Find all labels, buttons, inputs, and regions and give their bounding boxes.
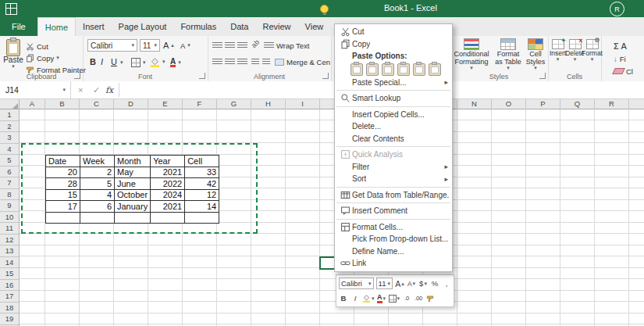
tell-me-lightbulb-icon[interactable] xyxy=(320,5,329,13)
mini-increase-decimal-button[interactable]: .0 xyxy=(402,292,411,304)
col-header-R[interactable]: R xyxy=(595,99,629,109)
cancel-button[interactable]: × xyxy=(78,81,83,99)
row-header-9[interactable]: 9 xyxy=(0,200,19,212)
cell-E7[interactable]: 2022 xyxy=(151,178,185,190)
paste-option-5-icon[interactable] xyxy=(413,63,425,76)
clipboard-dialog-launcher[interactable] xyxy=(74,73,80,79)
row-header-18[interactable]: 18 xyxy=(0,303,19,314)
italic-button[interactable]: I xyxy=(101,56,103,67)
cell-C6[interactable]: 2 xyxy=(80,167,115,178)
select-all-corner[interactable] xyxy=(0,99,20,109)
col-header-N[interactable]: N xyxy=(457,99,492,109)
menu-item-define-name[interactable]: Define Name... xyxy=(335,245,452,258)
cell-D8[interactable]: October xyxy=(115,189,151,201)
underline-button[interactable]: U xyxy=(111,56,117,67)
col-header-A[interactable]: A xyxy=(20,99,45,109)
row-header-13[interactable]: 13 xyxy=(0,245,19,257)
row-header-14[interactable]: 14 xyxy=(0,257,19,269)
row-header-10[interactable]: 10 xyxy=(0,212,19,224)
cell-D9[interactable]: January xyxy=(115,201,151,213)
mini-font-size-select[interactable]: 11 ▾ xyxy=(376,278,393,289)
font-name-select[interactable]: Calibri ▾ xyxy=(87,39,137,52)
mini-font-color-button[interactable]: A ▾ xyxy=(377,292,386,304)
align-center-button[interactable] xyxy=(225,56,235,67)
menu-item-pick-from-drop-down-list[interactable]: Pick From Drop-down List... xyxy=(335,233,452,245)
cut-button[interactable]: Cut xyxy=(26,41,48,52)
menu-item-cut[interactable]: Cut xyxy=(335,26,452,38)
mini-italic-button[interactable]: I xyxy=(350,292,360,304)
insert-cells-button[interactable]: + Insert ▾ xyxy=(550,39,566,62)
row-header-19[interactable]: 19 xyxy=(0,313,19,325)
cell-E8[interactable]: 2024 xyxy=(151,189,185,201)
format-as-table-button[interactable]: Format as Table ▾ xyxy=(493,38,524,70)
row-header-2[interactable]: 2 xyxy=(0,121,19,133)
tab-file[interactable]: File xyxy=(0,17,37,36)
account-avatar[interactable]: R xyxy=(610,2,624,16)
col-header-O[interactable]: O xyxy=(492,99,526,109)
col-header-Q[interactable]: Q xyxy=(560,99,595,109)
paste-option-3-icon[interactable] xyxy=(382,63,394,76)
borders-button[interactable]: ▾ xyxy=(131,57,146,68)
col-header-P[interactable]: P xyxy=(526,99,560,109)
menu-item-link[interactable]: Link xyxy=(335,257,452,270)
row-header-5[interactable]: 5 xyxy=(0,155,19,167)
grow-font-button[interactable]: A▴ xyxy=(163,40,174,51)
cell-F10[interactable] xyxy=(185,212,219,224)
decrease-indent-button[interactable] xyxy=(251,56,259,67)
cell-B6[interactable]: 20 xyxy=(46,167,80,178)
cell-D5[interactable]: Month xyxy=(115,156,151,167)
tab-home[interactable]: Home xyxy=(37,17,76,36)
cell-C5[interactable]: Week xyxy=(80,156,115,167)
menu-item-format-cells[interactable]: Format Cells... xyxy=(335,221,452,234)
wrap-text-button[interactable]: Wrap Text xyxy=(264,40,309,51)
mini-borders-button[interactable]: ▾ xyxy=(389,292,400,304)
cell-D7[interactable]: June xyxy=(115,178,151,190)
fill-button[interactable]: ↓ Fi xyxy=(614,53,626,64)
cell-B5[interactable]: Date xyxy=(46,156,80,167)
align-left-button[interactable] xyxy=(212,56,222,67)
menu-item-get-data-from-table-range[interactable]: Get Data from Table/Range... xyxy=(335,189,452,202)
copy-button[interactable]: Copy ▾ xyxy=(26,52,59,63)
delete-cells-button[interactable]: × Delete ▾ xyxy=(567,39,583,62)
menu-item-quick-analysis[interactable]: Quick Analysis xyxy=(335,149,452,161)
cell-D6[interactable]: May xyxy=(115,167,151,178)
mini-bold-button[interactable]: B xyxy=(339,292,348,304)
cell-E5[interactable]: Year xyxy=(151,156,185,167)
col-header-F[interactable]: F xyxy=(183,99,217,109)
cell-B8[interactable]: 15 xyxy=(46,189,80,201)
row-header-17[interactable]: 17 xyxy=(0,291,19,303)
menu-item-insert-comment[interactable]: Insert Comment xyxy=(335,205,452,217)
shrink-font-button[interactable]: A▾ xyxy=(180,40,190,51)
insert-function-button[interactable]: fx xyxy=(105,81,113,99)
cell-B10[interactable] xyxy=(46,212,80,224)
tab-review[interactable]: Review xyxy=(255,17,297,36)
row-header-15[interactable]: 15 xyxy=(0,268,19,280)
menu-item-copy[interactable]: Copy xyxy=(335,38,452,51)
clear-button[interactable]: Cl xyxy=(614,66,633,77)
cell-styles-button[interactable]: Cell Styles ▾ xyxy=(525,38,546,70)
increase-indent-button[interactable] xyxy=(262,56,270,67)
font-color-button[interactable]: A ▾ xyxy=(170,57,181,68)
menu-item-insert-copied-cells[interactable]: Insert Copied Cells... xyxy=(335,109,452,121)
row-header-3[interactable]: 3 xyxy=(0,132,19,144)
row-header-1[interactable]: 1 xyxy=(0,109,19,121)
bottom-align-button[interactable] xyxy=(237,40,247,51)
cell-E6[interactable]: 2021 xyxy=(151,167,185,178)
paste-button[interactable]: Paste ▾ xyxy=(2,38,25,69)
col-header-D[interactable]: D xyxy=(114,99,148,109)
mini-grow-font-button[interactable]: A▴ xyxy=(395,278,404,289)
paste-option-1-icon[interactable] xyxy=(350,63,363,76)
col-header-C[interactable]: C xyxy=(80,99,114,109)
tab-formulas[interactable]: Formulas xyxy=(173,17,223,36)
align-right-button[interactable] xyxy=(237,56,247,67)
cell-C9[interactable]: 6 xyxy=(80,201,115,213)
col-header-G[interactable]: G xyxy=(217,99,251,109)
tab-data[interactable]: Data xyxy=(223,17,255,36)
paste-option-2-icon[interactable] xyxy=(366,63,379,76)
row-header-7[interactable]: 7 xyxy=(0,177,19,189)
cell-F9[interactable]: 14 xyxy=(185,201,219,213)
mini-percent-button[interactable]: % xyxy=(430,278,439,289)
cell-C7[interactable]: 5 xyxy=(80,178,115,190)
styles-dialog-launcher[interactable] xyxy=(539,73,546,79)
paste-option-6-icon[interactable] xyxy=(429,63,441,76)
